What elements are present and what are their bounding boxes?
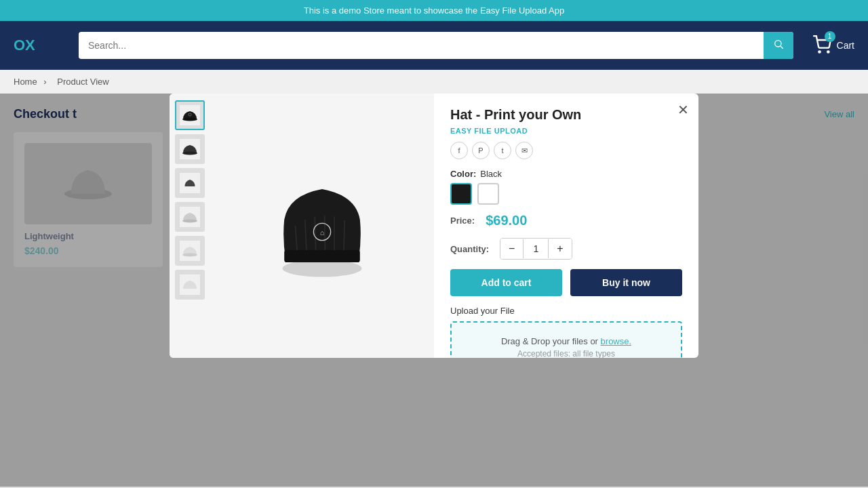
svg-point-3 (827, 51, 829, 52)
thumbnail-6-image (180, 274, 200, 295)
email-icon[interactable]: ✉ (515, 142, 533, 159)
quantity-increase-button[interactable]: + (549, 239, 571, 259)
svg-line-1 (781, 46, 783, 49)
action-buttons: Add to cart Buy it now (450, 269, 682, 296)
social-icons: f P t ✉ (450, 142, 682, 159)
easy-file-label: EASY FILE UPLOAD (450, 127, 682, 135)
announcement-text: This is a demo Store meant to showcase t… (304, 5, 564, 16)
twitter-icon[interactable]: t (494, 142, 511, 159)
header: OX 1 Cart (0, 21, 868, 70)
svg-point-0 (774, 41, 781, 47)
svg-point-16 (283, 260, 362, 277)
modal-title: Hat - Print your Own (450, 107, 682, 123)
announcement-bar: This is a demo Store meant to showcase t… (0, 0, 868, 21)
cart-icon-wrap: 1 (812, 35, 831, 56)
svg-point-2 (818, 51, 820, 52)
cart-badge: 1 (825, 31, 835, 42)
upload-label: Upload your File (450, 306, 682, 316)
modal-overlay: ⌂ ✕ Hat - Print your Own EASY FILE UPLOA… (0, 94, 868, 487)
cart-label: Cart (837, 40, 854, 51)
quantity-label: Quantity: (450, 244, 489, 254)
thumbnail-3-image (180, 173, 200, 193)
color-swatch-black[interactable] (450, 183, 472, 205)
pinterest-icon[interactable]: P (472, 142, 490, 159)
search-button[interactable] (764, 32, 793, 59)
add-to-cart-button[interactable]: Add to cart (450, 269, 562, 296)
logo[interactable]: OX (14, 37, 68, 54)
modal-gallery: ⌂ (170, 94, 434, 358)
breadcrumb-home[interactable]: Home (14, 77, 37, 87)
quantity-value: 1 (523, 239, 549, 258)
modal-details: ✕ Hat - Print your Own EASY FILE UPLOAD … (434, 94, 698, 358)
upload-area[interactable]: Drag & Drop your files or browse. Accept… (450, 321, 682, 358)
color-swatch-white[interactable] (477, 183, 499, 205)
product-modal: ⌂ ✕ Hat - Print your Own EASY FILE UPLOA… (170, 94, 698, 358)
buy-now-button[interactable]: Buy it now (570, 269, 682, 296)
main-product-image: ⌂ (261, 165, 383, 287)
thumbnail-4-image (180, 207, 200, 227)
search-bar (79, 32, 793, 59)
accepted-files-text: Accepted files: all file types (465, 349, 667, 358)
thumbnail-1[interactable] (175, 100, 205, 130)
close-button[interactable]: ✕ (677, 103, 689, 117)
logo-text: OX (14, 37, 35, 54)
breadcrumb-current: Product View (57, 77, 108, 87)
svg-point-12 (182, 220, 197, 223)
thumbnail-1-image (180, 105, 200, 125)
svg-rect-23 (284, 250, 360, 262)
page-content: Checkout t View all Lightweight $240.00 (0, 94, 868, 487)
color-swatches (450, 183, 682, 205)
quantity-control: − 1 + (500, 238, 572, 260)
thumbnail-list (170, 94, 210, 358)
search-input[interactable] (79, 33, 764, 58)
quantity-row: Quantity: − 1 + (450, 238, 682, 260)
drag-drop-text: Drag & Drop your files or browse. (465, 336, 667, 346)
svg-point-14 (182, 253, 197, 257)
thumbnail-5[interactable] (175, 236, 205, 266)
thumbnail-3[interactable] (175, 168, 205, 198)
color-section: Color: Black (450, 169, 682, 205)
quantity-decrease-button[interactable]: − (500, 239, 523, 259)
color-value: Black (480, 169, 502, 179)
price-label: Price: (450, 216, 475, 226)
thumbnail-2[interactable] (175, 134, 205, 164)
svg-point-9 (182, 152, 197, 155)
browse-link[interactable]: browse. (601, 336, 632, 346)
cart-area[interactable]: 1 Cart (812, 35, 854, 56)
main-image-area: ⌂ (210, 94, 434, 358)
breadcrumb: Home › Product View (0, 70, 868, 94)
thumbnail-4[interactable] (175, 202, 205, 232)
color-label: Color: (450, 169, 476, 179)
price-row: Price: $69.00 (450, 213, 682, 228)
search-icon (773, 39, 784, 49)
svg-text:⌂: ⌂ (320, 228, 325, 237)
thumbnail-5-image (180, 241, 200, 261)
thumbnail-6[interactable] (175, 270, 205, 300)
thumbnail-2-image (180, 139, 200, 159)
facebook-icon[interactable]: f (450, 142, 468, 159)
price-value: $69.00 (486, 213, 527, 228)
svg-point-6 (182, 118, 197, 121)
